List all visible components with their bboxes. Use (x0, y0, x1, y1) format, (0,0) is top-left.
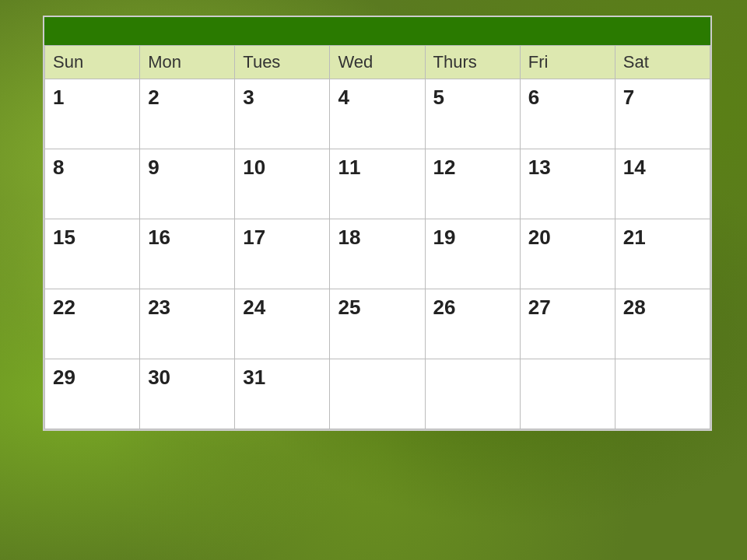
calendar: SunMonTuesWedThursFriSat 123456789101112… (43, 16, 712, 431)
calendar-day-cell: 25 (330, 289, 425, 359)
calendar-header-row: SunMonTuesWedThursFriSat (45, 46, 710, 79)
calendar-day-cell: 3 (235, 79, 330, 149)
calendar-day-cell: 23 (140, 289, 235, 359)
calendar-day-cell: 24 (235, 289, 330, 359)
calendar-day-header: Fri (520, 46, 615, 79)
calendar-day-cell: 17 (235, 219, 330, 289)
calendar-day-cell: 21 (615, 219, 710, 289)
calendar-day-cell: 7 (615, 79, 710, 149)
calendar-day-cell: 18 (330, 219, 425, 289)
calendar-day-cell: 22 (45, 289, 140, 359)
calendar-table: SunMonTuesWedThursFriSat 123456789101112… (44, 45, 710, 429)
calendar-day-header: Sun (45, 46, 140, 79)
calendar-day-cell: 20 (520, 219, 615, 289)
calendar-day-header: Wed (330, 46, 425, 79)
calendar-day-cell: 10 (235, 149, 330, 219)
calendar-day-cell: 8 (45, 149, 140, 219)
calendar-day-cell: 13 (520, 149, 615, 219)
calendar-week-row: 891011121314 (45, 149, 710, 219)
calendar-empty-cell (520, 359, 615, 429)
calendar-day-cell: 4 (330, 79, 425, 149)
calendar-title (44, 17, 710, 45)
calendar-day-cell: 26 (425, 289, 520, 359)
calendar-day-cell: 29 (45, 359, 140, 429)
calendar-day-cell: 9 (140, 149, 235, 219)
calendar-day-cell: 27 (520, 289, 615, 359)
calendar-day-cell: 15 (45, 219, 140, 289)
calendar-day-cell: 6 (520, 79, 615, 149)
calendar-day-cell: 1 (45, 79, 140, 149)
calendar-day-header: Tues (235, 46, 330, 79)
calendar-week-row: 293031 (45, 359, 710, 429)
calendar-day-cell: 16 (140, 219, 235, 289)
calendar-day-cell: 28 (615, 289, 710, 359)
calendar-day-cell: 14 (615, 149, 710, 219)
calendar-empty-cell (615, 359, 710, 429)
calendar-day-cell: 19 (425, 219, 520, 289)
calendar-empty-cell (330, 359, 425, 429)
calendar-day-header: Thurs (425, 46, 520, 79)
calendar-week-row: 15161718192021 (45, 219, 710, 289)
calendar-day-cell: 11 (330, 149, 425, 219)
calendar-day-header: Mon (140, 46, 235, 79)
calendar-week-row: 1234567 (45, 79, 710, 149)
calendar-day-cell: 2 (140, 79, 235, 149)
calendar-day-header: Sat (615, 46, 710, 79)
calendar-day-cell: 12 (425, 149, 520, 219)
calendar-body: 1234567891011121314151617181920212223242… (45, 79, 710, 429)
calendar-day-cell: 30 (140, 359, 235, 429)
calendar-day-cell: 31 (235, 359, 330, 429)
calendar-week-row: 22232425262728 (45, 289, 710, 359)
calendar-empty-cell (425, 359, 520, 429)
calendar-day-cell: 5 (425, 79, 520, 149)
